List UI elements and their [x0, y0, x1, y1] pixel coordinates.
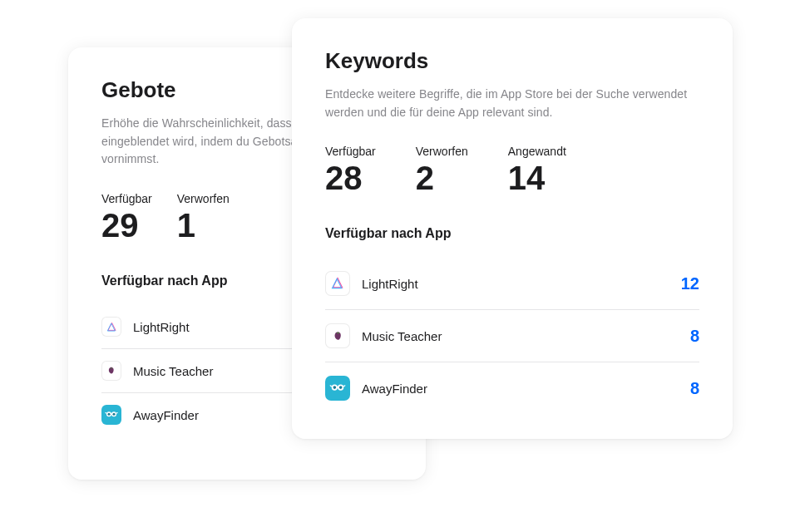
svg-point-7: [333, 387, 337, 390]
stat-value: 14: [508, 161, 566, 195]
svg-rect-9: [337, 387, 338, 389]
gebote-stat-verworfen: Verworfen 1: [177, 192, 230, 242]
app-name: AwayFinder: [362, 382, 690, 396]
lightright-icon: [101, 317, 121, 337]
stat-value: 1: [177, 209, 230, 242]
stat-label: Verfügbar: [101, 192, 152, 205]
musicteacher-icon: [325, 323, 350, 348]
stat-value: 29: [101, 209, 152, 242]
app-name: Music Teacher: [362, 329, 690, 343]
keywords-title: Keywords: [325, 48, 699, 74]
lightright-icon: [325, 271, 350, 296]
stat-label: Angewandt: [508, 145, 566, 158]
stat-label: Verworfen: [177, 192, 230, 205]
keywords-stat-verworfen: Verworfen 2: [416, 145, 468, 195]
awayfinder-icon: [101, 405, 121, 425]
app-item-awayfinder[interactable]: AwayFinder 8: [325, 362, 699, 414]
keywords-stat-angewandt: Angewandt 14: [508, 145, 566, 195]
keywords-stats-row: Verfügbar 28 Verworfen 2 Angewandt 14: [325, 145, 699, 195]
musicteacher-icon: [101, 361, 121, 381]
svg-point-2: [108, 413, 111, 416]
stat-value: 2: [416, 161, 468, 195]
stat-label: Verfügbar: [325, 145, 376, 158]
svg-point-3: [113, 413, 116, 416]
awayfinder-icon: [325, 376, 350, 401]
keywords-stat-verfuegbar: Verfügbar 28: [325, 145, 376, 195]
keywords-section-label: Verfügbar nach App: [325, 226, 699, 241]
keywords-card[interactable]: Keywords Entdecke weitere Begriffe, die …: [292, 18, 733, 439]
app-count: 8: [690, 327, 699, 346]
app-count: 12: [681, 274, 699, 293]
stat-label: Verworfen: [416, 145, 468, 158]
keywords-app-list: LightRight 12 Music Teacher 8 AwayFinder…: [325, 258, 699, 414]
gebote-stat-verfuegbar: Verfügbar 29: [101, 192, 152, 242]
svg-point-8: [339, 387, 343, 390]
stat-value: 28: [325, 161, 376, 195]
keywords-description: Entdecke weitere Begriffe, die im App St…: [325, 86, 699, 121]
app-item-lightright[interactable]: LightRight 12: [325, 258, 699, 310]
svg-rect-4: [111, 414, 112, 416]
app-item-musicteacher[interactable]: Music Teacher 8: [325, 310, 699, 362]
app-count: 8: [690, 379, 699, 398]
app-name: LightRight: [362, 277, 681, 291]
